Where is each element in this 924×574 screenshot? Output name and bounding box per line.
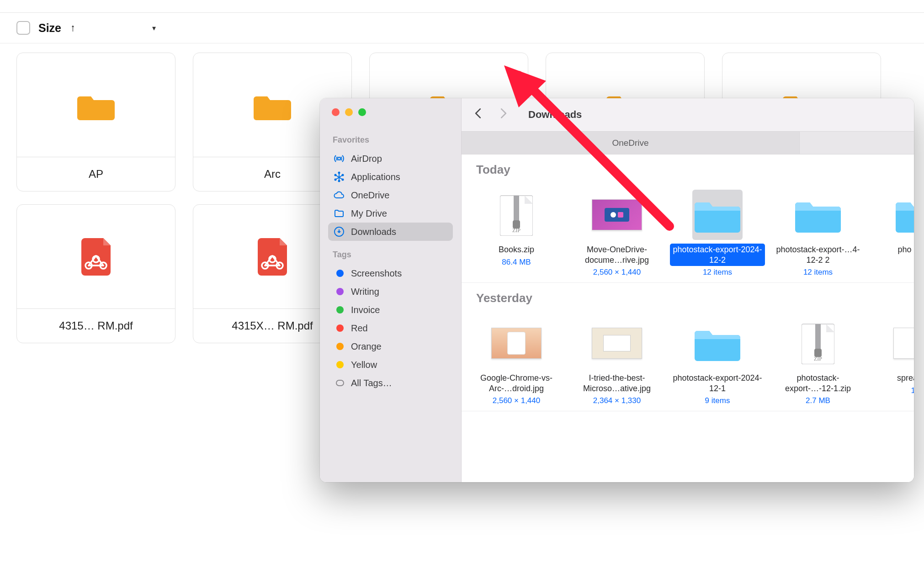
tag-dot-icon — [334, 359, 345, 370]
bg-card[interactable]: 4315… RM.pdf — [16, 204, 175, 343]
img2-icon — [491, 318, 542, 368]
cloud-icon — [334, 190, 345, 201]
tag-dot-icon — [334, 268, 345, 279]
file-item[interactable]: I-tried-the-best-Microso…ative.jpg2,364 … — [567, 314, 667, 405]
file-item[interactable]: photostack-export-…-12-1.zip2.7 MB — [768, 314, 868, 405]
favorites-heading: Favorites — [328, 133, 453, 149]
sidebar-tag-label: Orange — [351, 341, 382, 352]
folder-icon — [692, 190, 743, 240]
sidebar-item-label: OneDrive — [351, 190, 389, 201]
file-name: pho export- — [895, 244, 914, 256]
window-controls — [320, 108, 461, 116]
sidebar-tag-yellow[interactable]: Yellow — [328, 356, 453, 374]
bg-sortbar: Size ↑ ▾ — [0, 13, 924, 43]
sidebar-item-label: Downloads — [351, 227, 396, 237]
svg-point-2 — [335, 175, 336, 176]
pdf-icon — [17, 205, 175, 309]
svg-point-0 — [338, 157, 340, 160]
sidebar-tag-screenshots[interactable]: Screenshots — [328, 264, 453, 282]
file-item[interactable]: sprea scree1,78 — [868, 314, 914, 405]
folder-icon — [334, 208, 345, 219]
file-item[interactable]: photostack-export-…4-12-2 212 items — [768, 185, 868, 277]
img1-icon — [592, 190, 642, 240]
forward-button[interactable] — [497, 108, 510, 122]
maximize-button[interactable] — [358, 108, 366, 116]
sort-dropdown-icon[interactable]: ▾ — [152, 24, 156, 32]
sidebar-tag-invoice[interactable]: Invoice — [328, 301, 453, 319]
file-item[interactable]: Google-Chrome-vs-Arc-…droid.jpg2,560 × 1… — [466, 314, 567, 405]
file-name: photostack-export-2024-12-2 — [670, 244, 765, 266]
finder-main: Downloads OneDrive TodayBooks.zip86.4 MB… — [462, 98, 914, 482]
file-meta: 12 items — [703, 268, 732, 277]
finder-tab-onedrive[interactable]: OneDrive — [462, 132, 800, 154]
select-all-checkbox[interactable] — [16, 21, 30, 35]
tag-dot-icon — [334, 286, 345, 297]
file-item[interactable]: photostack-export-2024-12-19 items — [667, 314, 768, 405]
file-meta: 9 items — [705, 396, 730, 405]
sidebar-tag-red[interactable]: Red — [328, 319, 453, 337]
file-meta: 12 items — [803, 268, 833, 277]
bg-card[interactable]: AP — [16, 53, 175, 191]
close-button[interactable] — [332, 108, 340, 116]
sidebar-tag-orange[interactable]: Orange — [328, 337, 453, 356]
sidebar-tag-label: Invoice — [351, 305, 380, 315]
file-item[interactable]: pho export- — [868, 185, 914, 277]
svg-point-3 — [342, 175, 344, 176]
folder-icon — [692, 318, 743, 368]
file-meta: 2,364 × 1,330 — [593, 396, 641, 405]
sidebar-item-label: AirDrop — [351, 154, 382, 164]
folder-icon — [893, 190, 914, 240]
tags-heading: Tags — [328, 247, 453, 264]
sidebar-tag-label: Screenshots — [351, 268, 402, 279]
file-meta: 86.4 MB — [502, 258, 531, 267]
sidebar-tag-label: Red — [351, 323, 368, 334]
sidebar-item-airdrop[interactable]: AirDrop — [328, 149, 453, 168]
file-name: photostack-export-…4-12-2 2 — [770, 244, 866, 266]
sidebar-item-applications[interactable]: Applications — [328, 168, 453, 186]
finder-titlebar: Downloads — [462, 98, 914, 132]
sort-ascending-icon[interactable]: ↑ — [70, 22, 75, 34]
sidebar-favorites: Favorites AirDropApplicationsOneDriveMy … — [320, 133, 461, 247]
sidebar-item-onedrive[interactable]: OneDrive — [328, 186, 453, 204]
finder-tabbar: OneDrive — [462, 132, 914, 154]
bg-top-border — [0, 0, 924, 13]
sidebar-item-my-drive[interactable]: My Drive — [328, 204, 453, 223]
file-item[interactable]: photostack-export-2024-12-212 items — [667, 185, 768, 277]
file-name: Move-OneDrive-docume…rive.jpg — [569, 244, 664, 266]
img3-icon — [592, 318, 642, 368]
sidebar-item-downloads[interactable]: Downloads — [328, 223, 453, 241]
file-meta: 2,560 × 1,440 — [493, 396, 540, 405]
sort-label[interactable]: Size — [38, 21, 61, 35]
section-heading: Today — [462, 154, 914, 181]
sidebar-tag-label: Yellow — [351, 360, 377, 370]
file-meta: 2.7 MB — [806, 396, 830, 405]
file-item[interactable]: Books.zip86.4 MB — [466, 185, 567, 277]
file-name: I-tried-the-best-Microso…ative.jpg — [569, 372, 664, 394]
file-row: Books.zip86.4 MBMove-OneDrive-docume…riv… — [462, 181, 914, 283]
airdrop-icon — [334, 153, 345, 164]
svg-point-6 — [339, 181, 340, 182]
back-button[interactable] — [472, 108, 484, 122]
file-name: Books.zip — [496, 244, 537, 256]
sidebar-item-label: My Drive — [351, 208, 387, 219]
all-tags-icon — [334, 377, 345, 388]
tag-dot-icon — [334, 304, 345, 315]
finder-window: Favorites AirDropApplicationsOneDriveMy … — [320, 98, 914, 482]
file-meta: 1,78 — [911, 386, 914, 395]
sidebar-tag-label: Writing — [351, 287, 379, 297]
file-item[interactable]: Move-OneDrive-docume…rive.jpg2,560 × 1,4… — [567, 185, 667, 277]
svg-point-4 — [335, 179, 336, 181]
img4-icon — [893, 318, 914, 368]
file-name: Google-Chrome-vs-Arc-…droid.jpg — [469, 372, 564, 394]
sidebar-tag-writing[interactable]: Writing — [328, 282, 453, 301]
file-row: Google-Chrome-vs-Arc-…droid.jpg2,560 × 1… — [462, 310, 914, 411]
file-name: photostack-export-2024-12-1 — [670, 372, 765, 394]
finder-location-title: Downloads — [528, 109, 582, 121]
finder-content: TodayBooks.zip86.4 MBMove-OneDrive-docum… — [462, 154, 914, 482]
file-name: sprea scree — [894, 372, 914, 384]
sidebar-item-label: Applications — [351, 172, 400, 182]
apps-icon — [334, 171, 345, 182]
minimize-button[interactable] — [345, 108, 353, 116]
section-heading: Yesterday — [462, 283, 914, 310]
sidebar-all-tags[interactable]: All Tags… — [328, 374, 453, 392]
